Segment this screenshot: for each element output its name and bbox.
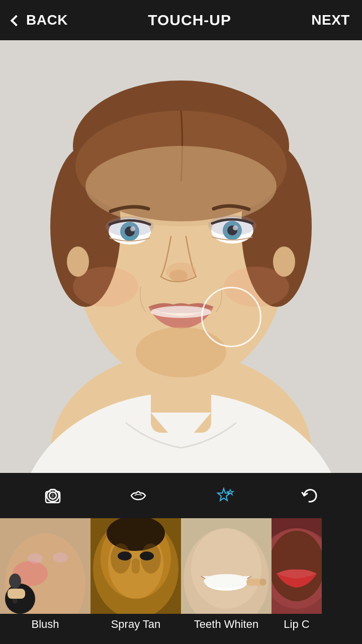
svg-point-60 xyxy=(259,579,266,586)
svg-point-12 xyxy=(85,146,277,226)
svg-point-40 xyxy=(9,574,21,589)
spray-tan-thumbnail xyxy=(90,518,181,614)
svg-rect-41 xyxy=(8,589,25,599)
effects-toolbar-button[interactable] xyxy=(209,480,239,511)
lip-item[interactable]: Lip C xyxy=(272,518,322,644)
back-button[interactable]: BACK xyxy=(12,12,68,28)
teeth-whiten-thumbnail xyxy=(181,518,272,614)
svg-rect-51 xyxy=(132,558,140,574)
svg-point-27 xyxy=(151,306,211,318)
toolbar xyxy=(0,473,362,518)
teeth-whiten-item[interactable]: Teeth Whiten xyxy=(181,518,272,644)
teeth-whiten-label: Teeth Whiten xyxy=(181,618,272,631)
lips-toolbar-button[interactable] xyxy=(123,480,153,511)
next-button[interactable]: NEXT xyxy=(311,12,350,28)
spray-tan-label: Spray Tan xyxy=(90,618,181,631)
svg-point-56 xyxy=(191,528,261,609)
svg-point-24 xyxy=(166,263,196,281)
svg-marker-34 xyxy=(227,490,233,495)
back-chevron-icon xyxy=(11,15,22,27)
svg-point-53 xyxy=(140,551,154,560)
lip-thumbnail xyxy=(272,518,322,614)
back-label: BACK xyxy=(26,12,68,28)
svg-point-52 xyxy=(118,551,132,560)
page-title: TOUCH-UP xyxy=(148,12,231,29)
svg-point-42 xyxy=(28,553,43,564)
camera-toolbar-button[interactable] xyxy=(38,480,68,511)
svg-point-26 xyxy=(224,267,289,307)
effects-panel: Blush Spray Tan xyxy=(0,518,362,644)
svg-point-58 xyxy=(204,574,249,588)
undo-toolbar-button[interactable] xyxy=(294,480,324,511)
svg-point-64 xyxy=(272,531,322,601)
svg-point-25 xyxy=(73,267,138,307)
svg-point-28 xyxy=(136,327,226,377)
photo-canvas[interactable] xyxy=(0,40,362,473)
svg-point-22 xyxy=(208,215,256,235)
lip-label: Lip C xyxy=(272,618,322,631)
svg-point-21 xyxy=(106,216,154,236)
blush-thumbnail xyxy=(0,518,90,614)
blush-label: Blush xyxy=(0,618,90,631)
spray-tan-item[interactable]: Spray Tan xyxy=(90,518,181,644)
header: BACK TOUCH-UP NEXT xyxy=(0,0,362,40)
svg-point-43 xyxy=(53,552,68,562)
blush-item[interactable]: Blush xyxy=(0,518,90,644)
